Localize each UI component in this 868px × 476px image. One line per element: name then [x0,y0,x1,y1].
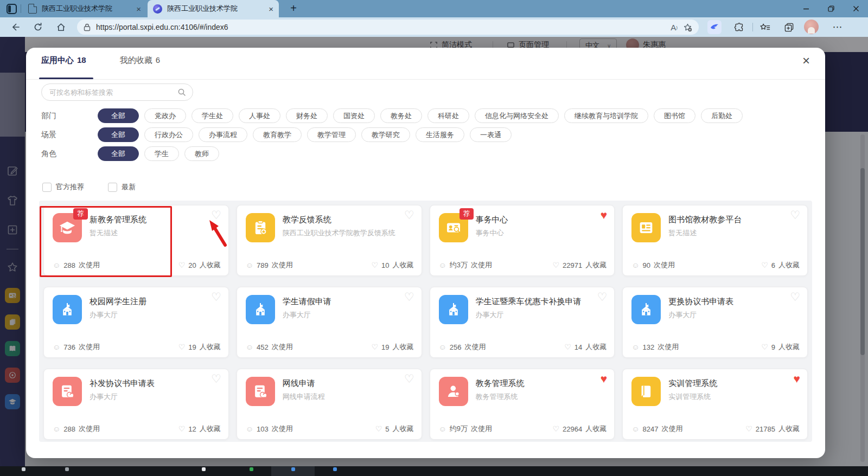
app-card[interactable]: 实训管理系统实训管理系统♥☺8247次使用♡21785人收藏 [622,369,808,440]
collect-stat: ♡5人收藏 [375,424,414,434]
checkbox-latest[interactable]: 最新 [108,182,136,192]
filter-pill[interactable]: 图书馆 [654,108,695,123]
heart-outline-icon[interactable]: ♡ [404,291,414,303]
app-card[interactable]: 学生证暨乘车优惠卡补换申请办事大厅♡☺256次使用♡14人收藏 [430,287,615,358]
usage-stat: ☺256次使用 [439,342,486,352]
collections-icon[interactable] [781,20,796,35]
filter-pill[interactable]: 教学研究 [361,127,410,142]
filter-pill[interactable]: 行政办公 [144,127,193,142]
filter-pill[interactable]: 人事处 [239,108,280,123]
filter-pill[interactable]: 教育教学 [253,127,302,142]
app-card[interactable]: 校园网学生注册办事大厅♡☺736次使用♡19人收藏 [43,287,229,358]
filter-pill[interactable]: 生活服务 [416,127,464,142]
app-card[interactable]: 教学反馈系统陕西工业职业技术学院教学反馈系统♡☺789次使用♡10人收藏 [237,205,422,276]
browser-tab-1[interactable]: 陕西工业职业技术学院 × [23,0,146,17]
heart-small-icon: ♡ [371,261,378,269]
app-card[interactable]: 学生请假申请办事大厅♡☺452次使用♡19人收藏 [237,287,422,358]
new-tab-button[interactable]: + [286,2,301,16]
filter-pill[interactable]: 全部 [98,108,139,123]
workspaces-icon[interactable] [7,4,17,14]
filter-pill[interactable]: 财务处 [286,108,328,123]
taskbar-icon[interactable] [250,467,253,471]
checkbox-box[interactable] [108,183,117,192]
filter-pill[interactable]: 科研处 [427,108,469,123]
heart-filled-icon[interactable]: ♥ [794,373,800,384]
app-card[interactable]: 荐事务中心事务中心♥☺约3万次使用♡22971人收藏 [430,205,615,276]
address-bar[interactable]: https://portal.sxpi.edu.cn:4106/#/index6… [77,20,699,35]
heart-outline-icon[interactable]: ♡ [211,373,221,384]
checkbox-official-recommend[interactable]: 官方推荐 [42,182,84,192]
filter-pill[interactable]: 国资处 [333,108,375,123]
tab-my-favorites[interactable]: 我的收藏 6 [120,55,160,66]
os-taskbar[interactable] [0,466,868,476]
smiley-icon: ☺ [246,261,253,269]
app-card[interactable]: 网线申请网线申请流程♡☺103次使用♡5人收藏 [237,369,422,440]
checkbox-box[interactable] [42,183,52,192]
lock-icon[interactable] [84,23,91,31]
back-icon[interactable] [8,20,23,35]
home-icon[interactable] [53,20,68,35]
heart-outline-icon[interactable]: ♡ [790,291,800,303]
filter-pill[interactable]: 后勤处 [701,108,743,123]
heart-outline-icon[interactable]: ♡ [404,209,414,221]
app-card[interactable]: 图书馆教材教参平台暂无描述♡☺90次使用♡6人收藏 [622,205,808,276]
profile-avatar[interactable] [804,20,819,34]
app-title: 学生请假申请 [283,297,398,307]
window-close-button[interactable] [844,0,868,17]
school-building-icon [53,295,82,324]
book-card-icon [631,213,661,242]
app-card[interactable]: 教务管理系统教务管理系统♥☺约9万次使用♡22964人收藏 [430,369,615,440]
taskbar-icon[interactable] [202,467,206,471]
add-favorite-icon[interactable] [683,23,692,32]
app-search-box[interactable] [41,83,193,101]
favorites-list-icon[interactable] [757,20,773,35]
window-restore-button[interactable] [819,0,843,17]
tab-close-icon[interactable]: × [136,4,141,14]
heart-outline-icon[interactable]: ♡ [790,209,800,221]
taskbar-icon[interactable] [291,467,295,471]
heart-outline-icon[interactable]: ♡ [211,291,221,303]
app-card[interactable]: 补发协议书申请表办事大厅♡☺288次使用♡12人收藏 [43,369,229,440]
taskbar-icon[interactable] [22,467,25,471]
more-menu-icon[interactable]: ⋯ [830,20,845,35]
filter-pill[interactable]: 一表通 [470,127,512,142]
filter-pill[interactable]: 办事流程 [199,127,247,142]
tab-close-icon[interactable]: × [269,4,273,14]
window-minimize-button[interactable] [794,0,818,17]
filter-pill[interactable]: 全部 [98,127,139,142]
filter-pill-group: 全部行政办公办事流程教育教学教学管理教学研究生活服务一表通 [98,127,512,142]
heart-outline-icon[interactable]: ♡ [597,291,607,303]
app-stats: ☺103次使用♡5人收藏 [246,424,414,434]
search-input[interactable] [48,88,173,97]
read-aloud-icon[interactable]: A) [671,23,678,32]
filter-row: 角色全部学生教师 [41,146,810,161]
heart-filled-icon[interactable]: ♥ [601,209,607,221]
filter-pill[interactable]: 教务处 [380,108,422,123]
smiley-icon: ☺ [53,424,60,433]
browser-tab-2-active[interactable]: 陕西工业职业技术学院 × [148,0,279,17]
url-text[interactable]: https://portal.sxpi.edu.cn:4106/#/index6 [96,23,665,31]
app-description: 办事大厅 [283,310,405,320]
search-icon[interactable] [177,88,186,97]
filter-pill[interactable]: 教师 [184,146,219,161]
app-description: 暂无描述 [668,228,791,239]
filter-pill[interactable]: 教学管理 [307,127,356,142]
bird-extension-icon[interactable] [707,20,722,35]
extensions-puzzle-icon[interactable] [731,20,746,35]
filter-pill[interactable]: 继续教育与培训学院 [564,108,648,123]
app-card[interactable]: 更换协议书申请表办事大厅♡☺132次使用♡9人收藏 [622,287,808,358]
filter-pill[interactable]: 学生 [144,146,179,161]
heart-small-icon: ♡ [375,424,382,433]
tab-app-center[interactable]: 应用中心 18 [41,55,86,66]
taskbar-icon[interactable] [333,467,337,471]
heart-filled-icon[interactable]: ♥ [601,373,607,384]
filter-pill[interactable]: 党政办 [144,108,186,123]
filter-pill[interactable]: 全部 [98,146,139,161]
school-building-icon [246,295,275,324]
refresh-icon[interactable] [30,20,46,35]
taskbar-icon[interactable] [65,467,69,471]
heart-outline-icon[interactable]: ♡ [404,373,414,384]
filter-pill[interactable]: 学生处 [192,108,233,123]
filter-pill[interactable]: 信息化与网络安全处 [475,108,559,123]
close-icon[interactable]: × [802,54,810,67]
